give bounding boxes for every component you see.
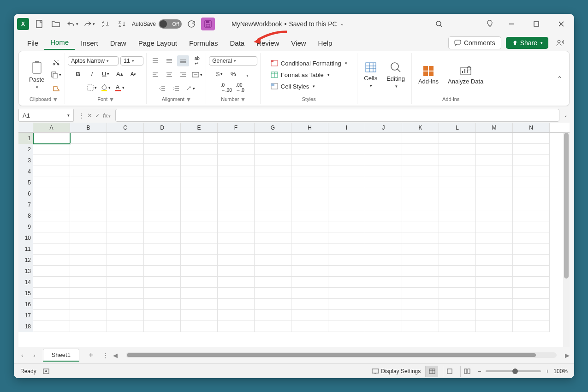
cell[interactable] — [70, 166, 107, 177]
column-header[interactable]: H — [291, 123, 328, 132]
cell[interactable] — [365, 321, 402, 332]
cell[interactable] — [70, 188, 107, 199]
underline-button[interactable]: U▾ — [100, 68, 112, 79]
cell[interactable] — [328, 177, 365, 188]
cell[interactable] — [365, 133, 402, 144]
cell[interactable] — [181, 310, 218, 321]
row-header[interactable]: 6 — [18, 188, 33, 199]
cell[interactable] — [402, 210, 439, 221]
scroll-left-icon[interactable]: ◀ — [113, 352, 118, 359]
cell[interactable] — [255, 277, 291, 288]
format-as-table-button[interactable]: Format as Table▾ — [269, 71, 332, 79]
cell[interactable] — [291, 255, 328, 266]
cell[interactable] — [402, 177, 439, 188]
cell[interactable] — [365, 255, 402, 266]
document-title[interactable]: MyNewWorkbook • Saved to this PC ⌄ — [232, 20, 344, 28]
vertical-scrollbar[interactable] — [563, 133, 570, 347]
page-layout-view-icon[interactable] — [443, 366, 456, 377]
cell[interactable] — [218, 277, 255, 288]
cell[interactable] — [476, 155, 513, 166]
cell[interactable] — [181, 133, 218, 144]
column-header[interactable]: K — [402, 123, 439, 132]
cell[interactable] — [255, 232, 291, 244]
cell[interactable] — [107, 133, 144, 144]
column-header[interactable]: I — [328, 123, 365, 132]
cell[interactable] — [291, 133, 328, 144]
currency-icon[interactable]: $▾ — [214, 68, 226, 79]
cell[interactable] — [291, 321, 328, 332]
cell[interactable] — [144, 210, 181, 221]
sort-asc-icon[interactable]: AZ — [99, 18, 113, 30]
comments-button[interactable]: Comments — [448, 36, 501, 49]
cell[interactable] — [144, 321, 181, 332]
cell[interactable] — [181, 188, 218, 199]
row-header[interactable]: 1 — [18, 133, 33, 144]
cell[interactable] — [70, 144, 107, 155]
cell[interactable] — [33, 277, 70, 288]
undo-icon[interactable]: ▾ — [65, 18, 79, 30]
cell[interactable] — [181, 177, 218, 188]
lightbulb-icon[interactable] — [483, 18, 497, 30]
cell[interactable] — [476, 166, 513, 177]
cell[interactable] — [402, 310, 439, 321]
cell[interactable] — [144, 221, 181, 232]
cell[interactable] — [439, 210, 476, 221]
cell[interactable] — [513, 199, 550, 210]
cell[interactable] — [218, 288, 255, 299]
open-folder-icon[interactable] — [49, 18, 63, 30]
cell[interactable] — [439, 310, 476, 321]
cell[interactable] — [439, 144, 476, 155]
merge-center-icon[interactable]: ▾ — [191, 69, 203, 80]
cell[interactable] — [365, 288, 402, 299]
cell[interactable] — [513, 188, 550, 199]
cell[interactable] — [144, 177, 181, 188]
cell[interactable] — [328, 133, 365, 144]
cell[interactable] — [439, 221, 476, 232]
formula-input[interactable] — [115, 109, 559, 122]
cell[interactable] — [107, 221, 144, 232]
cell[interactable] — [107, 266, 144, 277]
cell[interactable] — [70, 244, 107, 255]
cell[interactable] — [218, 232, 255, 244]
cell[interactable] — [513, 244, 550, 255]
collapse-ribbon-icon[interactable]: ⌃ — [553, 73, 565, 84]
cell[interactable] — [476, 177, 513, 188]
user-voice-icon[interactable] — [553, 36, 567, 49]
cell[interactable] — [328, 155, 365, 166]
cell[interactable] — [255, 210, 291, 221]
cell[interactable] — [476, 244, 513, 255]
cell[interactable] — [144, 144, 181, 155]
cell[interactable] — [107, 144, 144, 155]
cell[interactable] — [513, 155, 550, 166]
cell[interactable] — [255, 177, 291, 188]
cell[interactable] — [513, 266, 550, 277]
normal-view-icon[interactable] — [425, 366, 438, 377]
cell[interactable] — [328, 255, 365, 266]
cell[interactable] — [439, 244, 476, 255]
page-break-view-icon[interactable] — [460, 366, 473, 377]
refresh-icon[interactable] — [184, 18, 198, 30]
cell[interactable] — [33, 133, 70, 144]
cell[interactable] — [439, 166, 476, 177]
fill-color-icon[interactable]: ▾ — [100, 82, 112, 93]
cell[interactable] — [181, 232, 218, 244]
cell[interactable] — [476, 210, 513, 221]
cell[interactable] — [218, 244, 255, 255]
cell[interactable] — [365, 155, 402, 166]
cell[interactable] — [328, 244, 365, 255]
cell[interactable] — [144, 188, 181, 199]
cell[interactable] — [107, 321, 144, 332]
font-size-select[interactable]: 11▾ — [120, 56, 143, 65]
cell[interactable] — [107, 288, 144, 299]
orientation-icon[interactable]: ▾ — [184, 83, 196, 94]
row-header[interactable]: 8 — [18, 210, 33, 221]
row-header[interactable]: 16 — [18, 299, 33, 310]
cell[interactable] — [476, 221, 513, 232]
column-header[interactable]: B — [70, 123, 107, 132]
cell[interactable] — [33, 199, 70, 210]
decrease-indent-icon[interactable] — [156, 83, 168, 94]
addins-button[interactable]: Add-ins — [415, 63, 442, 87]
cell[interactable] — [33, 144, 70, 155]
column-header[interactable]: M — [476, 123, 513, 132]
cell[interactable] — [70, 288, 107, 299]
